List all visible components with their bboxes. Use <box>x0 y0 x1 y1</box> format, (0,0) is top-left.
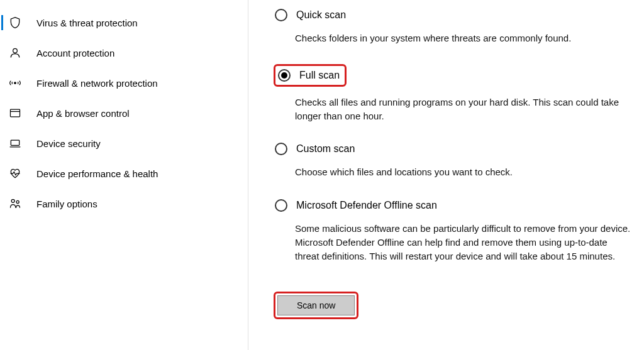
sidebar-item-label: Device performance & health <box>36 168 158 179</box>
radio-full-scan[interactable]: Full scan <box>277 68 341 83</box>
highlight-box: Scan now <box>274 292 358 319</box>
radio-label: Microsoft Defender Offline scan <box>296 200 437 211</box>
sidebar-item-label: Account protection <box>36 48 114 58</box>
browser-icon <box>6 107 24 119</box>
person-icon <box>6 46 24 59</box>
radio-icon <box>275 143 287 155</box>
scan-description: Choose which files and locations you wan… <box>295 165 633 179</box>
svg-point-1 <box>14 82 16 84</box>
sidebar-item-virus-threat[interactable]: Virus & threat protection <box>0 8 248 38</box>
radio-icon <box>278 69 291 82</box>
scan-option-full: Full scan Checks all files and running p… <box>274 64 633 123</box>
sidebar-item-device-security[interactable]: Device security <box>0 128 248 158</box>
sidebar-item-firewall[interactable]: Firewall & network protection <box>0 68 248 98</box>
radio-offline-scan[interactable]: Microsoft Defender Offline scan <box>274 198 633 213</box>
scan-description: Checks all files and running programs on… <box>295 96 633 123</box>
sidebar-item-label: App & browser control <box>36 108 130 119</box>
heart-icon <box>6 167 24 180</box>
shield-icon <box>6 16 24 29</box>
radio-quick-scan[interactable]: Quick scan <box>274 8 633 23</box>
sidebar-item-performance[interactable]: Device performance & health <box>0 158 248 189</box>
sidebar-item-account[interactable]: Account protection <box>0 38 248 68</box>
svg-rect-4 <box>11 140 19 145</box>
svg-point-0 <box>13 48 18 53</box>
scan-option-quick: Quick scan Checks folders in your system… <box>274 8 633 45</box>
radio-label: Full scan <box>299 70 340 81</box>
svg-rect-2 <box>11 109 20 117</box>
scan-option-custom: Custom scan Choose which files and locat… <box>274 141 633 179</box>
radio-icon <box>275 9 287 21</box>
sidebar-item-family[interactable]: Family options <box>0 189 248 219</box>
scan-description: Checks folders in your system where thre… <box>295 31 633 45</box>
highlight-box: Full scan <box>274 64 347 87</box>
sidebar-item-label: Device security <box>36 138 101 149</box>
radio-label: Custom scan <box>296 143 355 155</box>
sidebar-item-label: Virus & threat protection <box>36 18 138 28</box>
scan-option-offline: Microsoft Defender Offline scan Some mal… <box>274 198 633 263</box>
antenna-icon <box>6 77 24 89</box>
radio-custom-scan[interactable]: Custom scan <box>274 141 633 156</box>
scan-now-button[interactable]: Scan now <box>277 295 355 315</box>
sidebar-item-label: Family options <box>36 199 97 209</box>
sidebar: Virus & threat protection Account protec… <box>0 0 248 350</box>
sidebar-item-app-browser[interactable]: App & browser control <box>0 98 248 128</box>
device-icon <box>6 137 24 150</box>
radio-label: Quick scan <box>296 9 346 21</box>
sidebar-item-label: Firewall & network protection <box>36 78 158 89</box>
radio-icon <box>275 199 287 212</box>
svg-point-6 <box>11 199 14 202</box>
svg-point-7 <box>16 200 19 203</box>
main-content: Quick scan Checks folders in your system… <box>248 0 644 350</box>
family-icon <box>6 197 24 210</box>
scan-description: Some malicious software can be particula… <box>295 222 633 263</box>
